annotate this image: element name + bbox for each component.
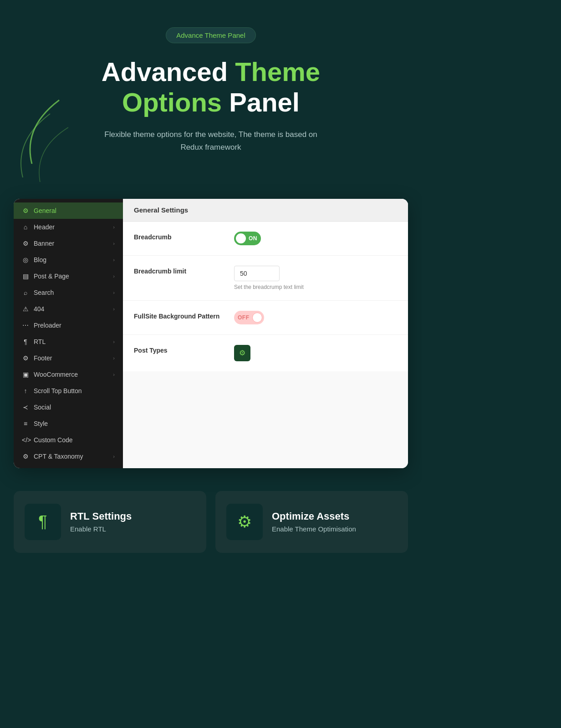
feature-title-rtl-settings: RTL Settings: [70, 511, 132, 522]
chevron-right-icon: ›: [113, 241, 115, 246]
features-section: ¶RTL SettingsEnable RTL⚙Optimize AssetsE…: [14, 491, 408, 553]
sidebar-label-social: Social: [34, 404, 51, 411]
sidebar-item-footer[interactable]: ⚙Footer›: [14, 350, 123, 366]
toggle-off-label: OFF: [238, 314, 250, 321]
sidebar-label-custom-code: Custom Code: [34, 436, 73, 444]
chevron-right-icon: ›: [113, 306, 115, 312]
sidebar-item-woocommerce[interactable]: ▣WooCommerce›: [14, 366, 123, 383]
setting-label-fullsite-bg: FullSite Background Pattern: [134, 311, 234, 320]
sidebar-item-scroll-top[interactable]: ↑Scroll Top Button: [14, 383, 123, 399]
hero-badge: Advance Theme Panel: [166, 27, 256, 43]
hero-title-green2: Options: [122, 87, 222, 117]
feature-desc-optimize-assets: Enable Theme Optimisation: [272, 525, 356, 533]
settings-panel: General Settings BreadcrumbONBreadcrumb …: [123, 199, 408, 468]
woocommerce-icon: ▣: [22, 371, 29, 378]
feature-title-optimize-assets: Optimize Assets: [272, 511, 356, 522]
sidebar-label-footer: Footer: [34, 354, 52, 362]
cpt-taxonomy-icon: ⚙: [22, 453, 29, 460]
sidebar-label-scroll-top: Scroll Top Button: [34, 387, 82, 394]
setting-label-post-types: Post Types: [134, 345, 234, 354]
hero-section: Advance Theme Panel Advanced Theme Optio…: [0, 0, 422, 199]
sidebar-item-search[interactable]: ⌕Search›: [14, 284, 123, 301]
sidebar-label-header: Header: [34, 223, 55, 231]
sidebar-item-blog[interactable]: ◎Blog›: [14, 252, 123, 268]
sidebar-item-banner[interactable]: ⚙Banner›: [14, 235, 123, 252]
sidebar-item-social[interactable]: ≺Social: [14, 399, 123, 415]
feature-text-optimize-assets: Optimize AssetsEnable Theme Optimisation: [272, 511, 356, 533]
icon-btn-post-types[interactable]: ⚙: [234, 345, 250, 361]
sidebar-item-rtl[interactable]: ¶RTL›: [14, 334, 123, 350]
banner-icon: ⚙: [22, 240, 29, 247]
setting-control-post-types: ⚙: [234, 345, 397, 361]
chevron-right-icon: ›: [113, 257, 115, 263]
feature-text-rtl-settings: RTL SettingsEnable RTL: [70, 511, 132, 533]
sidebar-item-post-page[interactable]: ▤Post & Page›: [14, 268, 123, 284]
settings-body: BreadcrumbONBreadcrumb limitSet the brea…: [123, 222, 408, 371]
chevron-right-icon: ›: [113, 224, 115, 230]
style-icon: ≡: [22, 420, 29, 427]
setting-row-breadcrumb: BreadcrumbON: [123, 222, 408, 256]
sidebar-item-style[interactable]: ≡Style: [14, 415, 123, 432]
footer-icon: ⚙: [22, 354, 29, 362]
sidebar-label-post-page: Post & Page: [34, 273, 69, 280]
sidebar-item-header[interactable]: ⌂Header›: [14, 219, 123, 235]
setting-row-fullsite-bg: FullSite Background PatternOFF: [123, 301, 408, 335]
chevron-right-icon: ›: [113, 372, 115, 377]
sidebar-label-style: Style: [34, 420, 48, 427]
sidebar-label-404: 404: [34, 305, 44, 313]
preloader-icon: ⋯: [22, 322, 29, 329]
sidebar-item-cpt-taxonomy[interactable]: ⚙CPT & Taxonomy›: [14, 448, 123, 465]
social-icon: ≺: [22, 404, 29, 411]
hero-title-green1: Theme: [235, 57, 320, 86]
feature-icon-optimize-assets: ⚙: [226, 504, 263, 540]
settings-header: General Settings: [123, 199, 408, 222]
setting-row-post-types: Post Types⚙: [123, 335, 408, 371]
sidebar-label-preloader: Preloader: [34, 322, 61, 329]
rtl-icon: ¶: [22, 338, 29, 345]
theme-panel: ⚙General⌂Header›⚙Banner›◎Blog›▤Post & Pa…: [14, 199, 408, 468]
feature-card-optimize-assets: ⚙Optimize AssetsEnable Theme Optimisatio…: [215, 491, 408, 553]
chevron-right-icon: ›: [113, 273, 115, 279]
header-icon: ⌂: [22, 223, 29, 231]
hero-title: Advanced Theme Options Panel: [18, 57, 403, 117]
scroll-top-icon: ↑: [22, 387, 29, 394]
gear-icon: ⚙: [239, 349, 245, 357]
sidebar-item-404[interactable]: ⚠404›: [14, 301, 123, 317]
toggle-off-fullsite-bg[interactable]: OFF: [234, 311, 264, 324]
chevron-right-icon: ›: [113, 454, 115, 459]
input-breadcrumb-limit[interactable]: [234, 266, 280, 281]
hero-title-text1: Advanced: [102, 57, 235, 86]
404-icon: ⚠: [22, 305, 29, 313]
toggle-on-label: ON: [249, 235, 257, 242]
sidebar: ⚙General⌂Header›⚙Banner›◎Blog›▤Post & Pa…: [14, 199, 123, 468]
setting-label-breadcrumb-limit: Breadcrumb limit: [134, 266, 234, 275]
custom-code-icon: </>: [22, 436, 29, 444]
sidebar-item-general[interactable]: ⚙General: [14, 202, 123, 219]
search-icon: ⌕: [22, 289, 29, 296]
setting-control-breadcrumb: ON: [234, 232, 397, 245]
sidebar-label-rtl: RTL: [34, 338, 46, 345]
setting-row-breadcrumb-limit: Breadcrumb limitSet the breadcrump text …: [123, 256, 408, 301]
post-page-icon: ▤: [22, 273, 29, 280]
feature-card-rtl-settings: ¶RTL SettingsEnable RTL: [14, 491, 206, 553]
feature-icon-rtl-settings: ¶: [25, 504, 61, 540]
chevron-right-icon: ›: [113, 339, 115, 344]
feature-desc-rtl-settings: Enable RTL: [70, 525, 132, 533]
toggle-circle: [252, 313, 262, 323]
sidebar-label-cpt-taxonomy: CPT & Taxonomy: [34, 453, 83, 460]
sidebar-label-banner: Banner: [34, 240, 54, 247]
sidebar-item-custom-code[interactable]: </>Custom Code: [14, 432, 123, 448]
chevron-right-icon: ›: [113, 290, 115, 295]
hint-breadcrumb-limit: Set the breadcrump text limit: [234, 284, 397, 290]
setting-label-breadcrumb: Breadcrumb: [134, 232, 234, 241]
hero-subtitle: Flexible theme options for the website, …: [92, 128, 329, 153]
setting-control-breadcrumb-limit: Set the breadcrump text limit: [234, 266, 397, 290]
setting-control-fullsite-bg: OFF: [234, 311, 397, 324]
sidebar-label-woocommerce: WooCommerce: [34, 371, 78, 378]
general-icon: ⚙: [22, 207, 29, 214]
toggle-on-breadcrumb[interactable]: ON: [234, 232, 261, 245]
sidebar-item-preloader[interactable]: ⋯Preloader: [14, 317, 123, 334]
sidebar-label-search: Search: [34, 289, 54, 296]
hero-title-text3: Panel: [222, 87, 300, 117]
sidebar-label-blog: Blog: [34, 256, 46, 263]
